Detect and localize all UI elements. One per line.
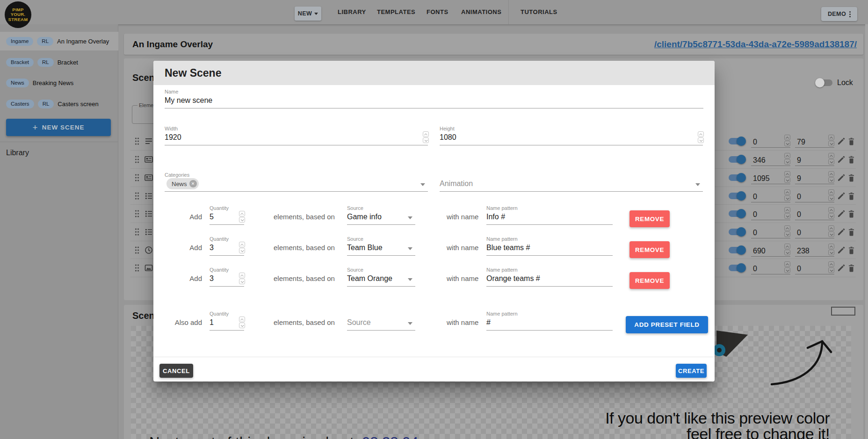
row-prefix: Add	[165, 274, 202, 282]
cancel-button[interactable]: CANCEL	[159, 364, 193, 378]
name-pattern-input[interactable]	[486, 318, 613, 327]
row-prefix: Add	[165, 213, 202, 221]
source-label: Source	[347, 236, 363, 242]
name-pattern-input[interactable]	[486, 213, 613, 221]
name-pattern-input[interactable]	[486, 274, 613, 283]
quantity-label: Quantity	[210, 236, 229, 242]
dropdown-arrow-icon	[420, 183, 425, 186]
source-select[interactable]: Source Team Orange	[347, 267, 415, 287]
scene-width-input[interactable]	[165, 133, 428, 142]
remove-category-icon[interactable]	[189, 180, 197, 187]
categories-select[interactable]: Categories News	[165, 172, 428, 192]
name-pattern-label: Name pattern	[486, 236, 518, 242]
scene-width-label: Width	[165, 126, 178, 131]
preset-field-row: Add Quantity elements, based on Source T…	[153, 236, 715, 256]
app-screen: NEW LIBRARY TEMPLATES FONTS ANIMATIONS T…	[0, 0, 868, 439]
width-stepper[interactable]	[423, 131, 429, 143]
scene-height-field: Height	[440, 126, 703, 145]
scene-name-label: Name	[165, 89, 178, 94]
quantity-field: Quantity	[210, 311, 244, 331]
remove-preset-button[interactable]: REMOVE	[629, 241, 670, 258]
with-name-text: with name	[447, 318, 478, 326]
row-prefix: Add	[165, 244, 202, 252]
row-prefix: Also add	[165, 318, 202, 326]
preset-field-row: Add Quantity elements, based on Source G…	[153, 205, 715, 225]
quantity-field: Quantity	[210, 236, 244, 256]
quantity-stepper[interactable]	[239, 211, 245, 223]
source-select[interactable]: Source Game info	[347, 205, 415, 225]
create-button[interactable]: CREATE	[676, 364, 707, 378]
scene-height-label: Height	[440, 126, 455, 131]
name-pattern-label: Name pattern	[486, 205, 518, 211]
row-connector-text: elements, based on	[274, 213, 335, 221]
quantity-field: Quantity	[210, 267, 244, 287]
animation-placeholder: Animation	[440, 180, 473, 188]
with-name-text: with name	[447, 244, 478, 252]
dialog-footer-divider	[153, 357, 715, 357]
name-pattern-label: Name pattern	[486, 267, 518, 273]
source-value: Team Orange	[347, 274, 415, 283]
quantity-label: Quantity	[210, 311, 229, 317]
with-name-text: with name	[447, 213, 478, 221]
animation-select[interactable]: Animation	[440, 172, 703, 192]
name-pattern-input[interactable]	[486, 244, 613, 252]
source-value: Game info	[347, 213, 415, 221]
dropdown-arrow-icon	[408, 278, 412, 281]
categories-label: Categories	[165, 172, 189, 178]
scene-name-field: Name	[165, 89, 703, 108]
row-connector-text: elements, based on	[274, 274, 335, 282]
dropdown-arrow-icon	[695, 183, 700, 186]
category-chip-label: News	[172, 180, 187, 187]
dropdown-arrow-icon	[408, 216, 412, 219]
source-label: Source	[347, 205, 363, 211]
new-scene-dialog: New Scene Name Width Height Categories N…	[153, 61, 715, 381]
name-pattern-field: Name pattern	[486, 311, 613, 331]
name-pattern-field: Name pattern	[486, 236, 613, 256]
source-select[interactable]: Source Team Blue	[347, 236, 415, 256]
name-pattern-field: Name pattern	[486, 205, 613, 225]
source-select[interactable]: Source	[347, 311, 415, 331]
scene-height-input[interactable]	[440, 133, 703, 142]
name-pattern-label: Name pattern	[486, 311, 518, 317]
source-placeholder: Source	[347, 318, 371, 327]
quantity-label: Quantity	[210, 205, 229, 211]
scene-name-input[interactable]	[165, 96, 703, 105]
remove-preset-button[interactable]: REMOVE	[629, 272, 670, 289]
scene-width-field: Width	[165, 126, 428, 145]
name-pattern-field: Name pattern	[486, 267, 613, 287]
source-value: Team Blue	[347, 244, 415, 252]
preset-field-row: Add Quantity elements, based on Source T…	[153, 267, 715, 287]
category-chip-news: News	[166, 178, 199, 189]
quantity-label: Quantity	[210, 267, 229, 273]
add-preset-field-button[interactable]: ADD PRESET FIELD	[626, 316, 708, 333]
with-name-text: with name	[447, 274, 478, 282]
source-label: Source	[347, 267, 363, 273]
dropdown-arrow-icon	[408, 322, 412, 325]
quantity-stepper[interactable]	[239, 242, 245, 253]
row-connector-text: elements, based on	[274, 318, 335, 326]
quantity-stepper[interactable]	[239, 317, 245, 328]
dialog-title: New Scene	[165, 67, 221, 79]
remove-preset-button[interactable]: REMOVE	[629, 210, 670, 227]
height-stepper[interactable]	[698, 131, 704, 143]
new-preset-field-row: Also add Quantity elements, based on Sou…	[153, 311, 715, 331]
quantity-field: Quantity	[210, 205, 244, 225]
row-connector-text: elements, based on	[274, 244, 335, 252]
quantity-stepper[interactable]	[239, 273, 245, 284]
dialog-header: New Scene	[153, 61, 715, 85]
dropdown-arrow-icon	[408, 247, 412, 250]
